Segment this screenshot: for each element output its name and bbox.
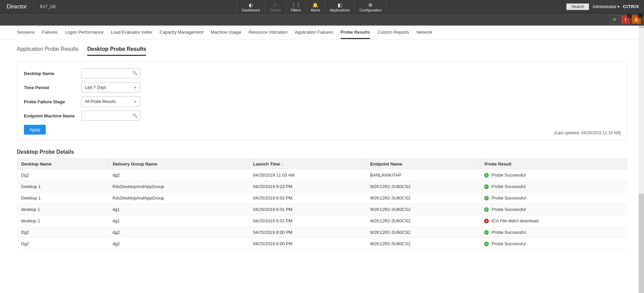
nav-label: Alerts bbox=[311, 8, 320, 12]
table-cell: 04/25/2019 6:01 PM bbox=[249, 204, 366, 215]
tab-logon-performance[interactable]: Logon Performance bbox=[65, 30, 103, 39]
tab-sessions[interactable]: Sessions bbox=[17, 30, 35, 39]
nav-label: Dashboard bbox=[242, 8, 260, 12]
probe-result-cell: ✓Probe Successful bbox=[480, 192, 627, 204]
col-desktop-name[interactable]: Desktop Name bbox=[17, 159, 109, 170]
table-row[interactable]: Desktop 1RdsDesktopAndAppGroup04/25/2019… bbox=[17, 192, 627, 204]
table-cell: Dg2 bbox=[17, 227, 109, 238]
table-cell: Dg2 bbox=[17, 238, 109, 250]
tab-failures[interactable]: Failures bbox=[42, 30, 58, 39]
table-row[interactable]: Desktop 1RdsDesktopAndAppGroup04/25/2019… bbox=[17, 181, 627, 192]
table-cell: 04/25/2019 6:00 PM bbox=[249, 227, 366, 238]
col-launch-time[interactable]: Launch Time↓ bbox=[249, 159, 366, 170]
table-cell: 04/25/2019 6:00 PM bbox=[249, 238, 366, 250]
table-cell: W2K12R2-3U60CS2 bbox=[366, 238, 480, 250]
probe-result-text: Probe Successful bbox=[492, 230, 526, 235]
configuration-icon: ⚙ bbox=[368, 3, 373, 7]
nav-applications[interactable]: ◧Applications bbox=[325, 0, 354, 13]
primary-tabs: SessionsFailuresLogon PerformanceLoad Ev… bbox=[0, 26, 644, 39]
details-heading: Desktop Probe Details bbox=[17, 149, 627, 155]
table-cell: dg1 bbox=[108, 215, 249, 227]
nav-configuration[interactable]: ⚙Configuration bbox=[354, 0, 386, 13]
table-cell: 04/26/2019 11:03 AM bbox=[249, 170, 366, 181]
alert-badge-warning[interactable]: ⚠ 1 bbox=[632, 15, 641, 24]
tab-network[interactable]: Network bbox=[416, 30, 433, 39]
table-cell: W2K12R2-3U60CS2 bbox=[366, 192, 480, 204]
success-icon: ✓ bbox=[484, 207, 489, 212]
col-delivery-group-name[interactable]: Delivery Group Name bbox=[108, 159, 249, 170]
table-row[interactable]: desktop 1dg104/25/2019 6:01 PMW2K12R2-3U… bbox=[17, 204, 627, 215]
probe-result-cell: ✓Probe Successful bbox=[480, 204, 627, 215]
time-period-value: Last 7 Days bbox=[85, 85, 106, 90]
desktop-name-label: Desktop Name bbox=[24, 71, 81, 76]
endpoint-name-input[interactable] bbox=[81, 111, 140, 121]
nav-trends[interactable]: ⫯Trends bbox=[265, 0, 286, 13]
subtab-desktop-probe-results[interactable]: Desktop Probe Results bbox=[87, 46, 146, 56]
probe-result-cell: ✓Probe Successful bbox=[480, 170, 627, 181]
applications-icon: ◧ bbox=[338, 3, 342, 7]
nav-alerts[interactable]: 🔔Alerts bbox=[306, 0, 325, 13]
alert-badge-critical[interactable]: ! 2 bbox=[621, 15, 630, 24]
nav-label: Filters bbox=[291, 8, 301, 12]
probe-result-text: Probe Successful bbox=[492, 184, 526, 189]
tab-capacity-management[interactable]: Capacity Management bbox=[160, 30, 203, 39]
app-brand: Director bbox=[0, 0, 34, 13]
tab-application-failures[interactable]: Application Failures bbox=[295, 30, 333, 39]
col-endpoint-name[interactable]: Endpoint Name bbox=[366, 159, 480, 170]
time-period-label: Time Period bbox=[24, 85, 81, 90]
nav-label: Configuration bbox=[360, 8, 381, 12]
alerts-icon: 🔔 bbox=[312, 3, 318, 7]
subtab-application-probe-results[interactable]: Application Probe Results bbox=[17, 46, 78, 56]
db-name[interactable]: BVT_DB bbox=[34, 0, 62, 13]
success-icon: ✓ bbox=[484, 196, 489, 200]
admin-menu[interactable]: Administrator ▾ bbox=[592, 4, 619, 9]
time-period-select[interactable]: Last 7 Days ▾ bbox=[81, 82, 140, 93]
chevron-down-icon: ▾ bbox=[134, 100, 136, 104]
page-scrollbar[interactable] bbox=[639, 26, 644, 263]
table-cell: W2K12R2-3U60CS2 bbox=[366, 227, 480, 238]
table-cell: dg1 bbox=[108, 204, 249, 215]
table-cell: 04/25/2019 6:03 PM bbox=[249, 181, 366, 192]
nav-filters[interactable]: ⋮⋮Filters bbox=[286, 0, 306, 13]
tab-load-evaluator-index[interactable]: Load Evaluator Index bbox=[111, 30, 152, 39]
tab-machine-usage[interactable]: Machine Usage bbox=[211, 30, 241, 39]
table-row[interactable]: Dg2dg204/25/2019 6:00 PMW2K12R2-3U60CS2✓… bbox=[17, 227, 627, 238]
search-button[interactable]: Search bbox=[566, 3, 589, 10]
table-row[interactable]: desktop 1dg104/25/2019 6:01 PMW2K12R2-3U… bbox=[17, 215, 627, 227]
refresh-button[interactable]: ⟳ bbox=[610, 15, 619, 24]
probe-stage-select[interactable]: All Probe Results ▾ bbox=[81, 97, 140, 107]
nav-dashboard[interactable]: ◐Dashboard bbox=[237, 0, 265, 13]
tab-custom-reports[interactable]: Custom Reports bbox=[377, 30, 409, 39]
table-cell: W2K12R2-3U60CS2 bbox=[366, 204, 480, 215]
probe-results-table: Desktop NameDelivery Group NameLaunch Ti… bbox=[17, 158, 627, 250]
table-cell: desktop 1 bbox=[17, 215, 109, 227]
apply-button[interactable]: Apply bbox=[24, 125, 46, 135]
endpoint-name-label: Endpoint Machine Name bbox=[24, 113, 81, 118]
table-row[interactable]: Dg2dg204/26/2019 11:03 AMBANLANIKITAP✓Pr… bbox=[17, 170, 627, 181]
alert-count-critical: 2 bbox=[627, 14, 631, 18]
table-cell: Dg2 bbox=[17, 170, 109, 181]
probe-result-text: ICA File didn't download bbox=[492, 218, 538, 223]
details-section: Desktop Probe Details Desktop NameDelive… bbox=[17, 149, 627, 250]
table-cell: RdsDesktopAndAppGroup bbox=[108, 181, 249, 192]
table-cell: Desktop 1 bbox=[17, 192, 109, 204]
success-icon: ✓ bbox=[484, 242, 489, 246]
probe-result-text: Probe Successful bbox=[492, 173, 526, 178]
tab-probe-results[interactable]: Probe Results bbox=[341, 30, 370, 39]
main-content: SessionsFailuresLogon PerformanceLoad Ev… bbox=[0, 26, 644, 263]
desktop-name-input[interactable] bbox=[81, 68, 140, 78]
error-icon: ! bbox=[484, 219, 489, 223]
citrix-logo: CITRIX bbox=[623, 4, 639, 9]
probe-result-cell: !ICA File didn't download bbox=[480, 215, 627, 227]
tab-resource-utilization[interactable]: Resource Utilization bbox=[248, 30, 287, 39]
probe-result-text: Probe Successful bbox=[492, 195, 526, 200]
success-icon: ✓ bbox=[484, 173, 489, 178]
chevron-down-icon: ▾ bbox=[134, 85, 136, 90]
probe-stage-value: All Probe Results bbox=[85, 99, 116, 104]
table-cell: 04/25/2019 6:01 PM bbox=[249, 215, 366, 227]
dashboard-icon: ◐ bbox=[249, 3, 253, 7]
table-row[interactable]: Dg2dg204/25/2019 6:00 PMW2K12R2-3U60CS2✓… bbox=[17, 238, 627, 250]
filters-icon: ⋮⋮ bbox=[291, 3, 301, 7]
col-probe-result[interactable]: Probe Result bbox=[480, 159, 627, 170]
probe-result-cell: ✓Probe Successful bbox=[480, 227, 627, 238]
